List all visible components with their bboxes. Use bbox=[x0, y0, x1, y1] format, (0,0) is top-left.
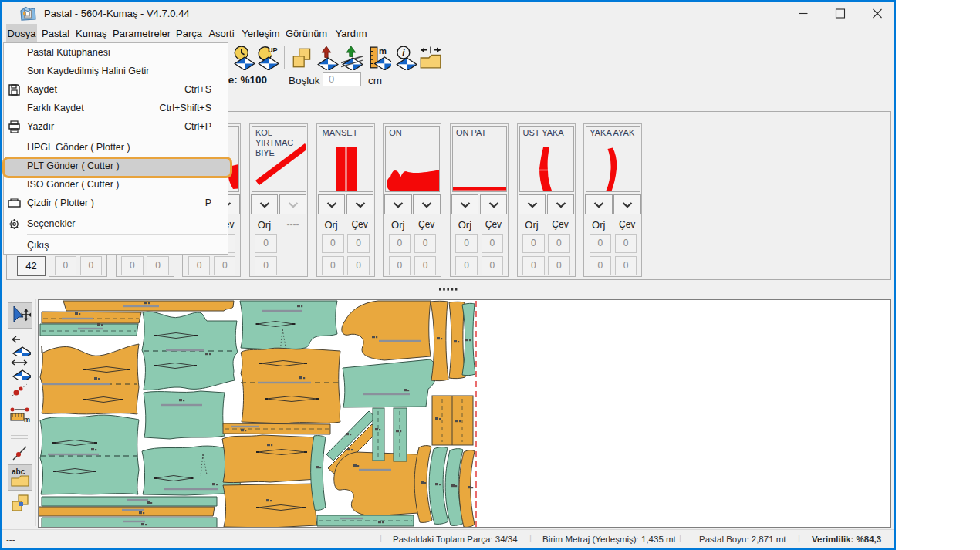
svg-text:m: m bbox=[379, 46, 387, 56]
svg-text:abc: abc bbox=[12, 467, 25, 476]
svg-text:UP: UP bbox=[268, 46, 278, 54]
svg-text:m: m bbox=[24, 416, 30, 423]
